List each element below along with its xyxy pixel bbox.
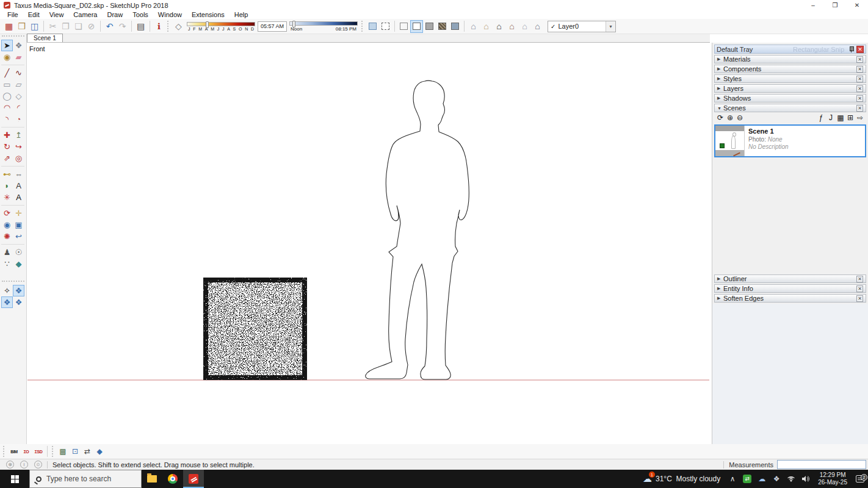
back-edges-icon[interactable] (379, 20, 392, 33)
tool-follow-me[interactable]: ↪ (13, 141, 24, 152)
tool-freehand[interactable]: ∿ (13, 67, 24, 79)
layer-dropdown[interactable]: ✓ Layer0 ▾ (548, 21, 616, 32)
section-close-icon[interactable]: ✕ (856, 95, 863, 102)
tool-push-pull[interactable]: ↥ (13, 129, 24, 141)
chevron-down-icon[interactable]: ▾ (606, 21, 615, 32)
view-right-icon[interactable]: ⌂ (505, 20, 518, 33)
scene-tab[interactable]: Scene 1 (27, 34, 63, 42)
tool-paint-bucket[interactable]: ◉ (1, 51, 13, 63)
menu-edit[interactable]: Edit (23, 11, 45, 18)
menu-view[interactable]: View (45, 11, 69, 18)
geolocation-icon[interactable]: ⊕ (6, 461, 14, 468)
redo-icon[interactable]: ↷ (116, 20, 129, 33)
tool-look-around[interactable]: ☉ (13, 246, 24, 258)
credits-icon[interactable]: i (20, 461, 28, 468)
view-iso-icon[interactable]: ⌂ (467, 20, 480, 33)
tool-rectangle[interactable]: ▭ (1, 79, 13, 90)
tool-position-camera[interactable]: ♟ (1, 246, 13, 258)
copy-icon[interactable]: ❐ (59, 20, 72, 33)
update-scene-icon[interactable]: ⟳ (715, 113, 725, 123)
tool-section-plane[interactable]: ◆ (13, 258, 24, 270)
tray-section-layers[interactable]: ▶Layers✕ (714, 84, 866, 93)
menu-file[interactable]: File (2, 11, 23, 18)
wireframe-icon[interactable] (397, 20, 410, 33)
section-close-icon[interactable]: ✕ (856, 285, 863, 292)
measurements-input[interactable] (777, 460, 866, 469)
monitor-play-icon[interactable]: ⊡ (69, 445, 81, 458)
tool-docked-tool-3[interactable]: ❖ (1, 296, 13, 308)
style-diamond-icon[interactable]: ◆ (93, 445, 106, 458)
model-viewport[interactable]: Front (27, 43, 710, 444)
menu-extensions[interactable]: Extensions (187, 11, 230, 18)
tool-scale[interactable]: ⇗ (1, 152, 13, 164)
time-value-box[interactable]: 05:57 AM (258, 21, 287, 32)
film-animation-icon[interactable]: ▩ (57, 445, 69, 458)
volume-icon[interactable] (800, 475, 812, 483)
tool-pie[interactable]: ◔ (13, 113, 24, 125)
taskbar-clock[interactable]: 12:29 PM 26-May-25 (813, 472, 852, 486)
tray-header[interactable]: Default Tray Rectangular Snip ✕ (714, 45, 866, 54)
monochrome-icon[interactable] (449, 20, 461, 33)
transition-sliders-icon[interactable]: ⇄ (81, 445, 93, 458)
time-gradient[interactable] (289, 21, 358, 26)
view-front-icon[interactable]: ⌂ (493, 20, 505, 33)
tool-docked-tool-4[interactable]: ❖ (13, 296, 24, 308)
pin-icon[interactable] (848, 46, 854, 52)
tray-section-outliner[interactable]: ▶Outliner✕ (714, 274, 866, 283)
dropbox-icon[interactable]: ❖ (770, 475, 783, 483)
tray-section-scenes[interactable]: ▼Scenes✕ (714, 104, 866, 112)
tool-zoom-extents[interactable]: ✺ (1, 231, 13, 242)
tool-arc[interactable]: ◠ (1, 102, 13, 113)
onedrive-icon[interactable]: ☁ (756, 475, 768, 483)
view-left-icon[interactable]: ⌂ (531, 20, 544, 33)
shadow-time-slider[interactable]: Noon 08:15 PM (289, 21, 358, 32)
section-close-icon[interactable]: ✕ (856, 105, 863, 112)
tool-make-component[interactable]: ❖ (13, 40, 24, 51)
section-close-icon[interactable]: ✕ (856, 56, 863, 63)
tray-section-shadows[interactable]: ▶Shadows✕ (714, 94, 866, 102)
tray-section-components[interactable]: ▶Components✕ (714, 65, 866, 73)
tray-section-styles[interactable]: ▶Styles✕ (714, 74, 866, 83)
restore-button[interactable]: ❐ (824, 0, 846, 10)
move-scene-up-icon[interactable]: J (826, 113, 836, 123)
section-close-icon[interactable]: ✕ (856, 85, 863, 92)
model-canvas[interactable] (27, 43, 710, 444)
tool-two-point-arc[interactable]: ◜ (13, 102, 24, 113)
tool-rotate[interactable]: ↻ (1, 141, 13, 152)
menu-window[interactable]: Window (153, 11, 187, 18)
view-back-icon[interactable]: ⌂ (518, 20, 531, 33)
toolbar-drag-handle[interactable] (361, 21, 364, 32)
toolbar-drag-handle[interactable] (3, 446, 6, 457)
tool-polygon[interactable]: ◇ (13, 90, 24, 102)
tool-circle[interactable]: ◯ (1, 90, 13, 102)
bimobject-icon[interactable]: BIM (8, 445, 20, 458)
messaging-app-icon[interactable]: ⇄ (741, 475, 753, 483)
tray-chevron-icon[interactable]: ∧ (726, 475, 739, 483)
tray-section-entity-info[interactable]: ▶Entity Info✕ (714, 284, 866, 293)
tool-tape-measure[interactable]: ⊷ (1, 168, 13, 180)
toggle-shadows-button[interactable]: ◇ (172, 20, 185, 33)
tool-rotated-rectangle[interactable]: ▱ (13, 79, 24, 90)
tool-offset[interactable]: ◎ (13, 152, 24, 164)
model-figure-person[interactable] (366, 81, 469, 379)
section-close-icon[interactable]: ✕ (856, 276, 863, 282)
new-icon[interactable]: ▦ (2, 20, 15, 33)
remove-scene-icon[interactable]: ⊖ (735, 113, 745, 123)
close-button[interactable]: ✕ (846, 0, 868, 10)
tool-zoom[interactable]: ◉ (1, 219, 13, 231)
view-top-icon[interactable]: ⌂ (480, 20, 493, 33)
section-close-icon[interactable]: ✕ (856, 76, 863, 82)
taskbar-chrome[interactable] (162, 470, 183, 488)
tool-line[interactable]: ╱ (1, 67, 13, 79)
undo-icon[interactable]: ↶ (103, 20, 116, 33)
add-scene-icon[interactable]: ⊕ (725, 113, 735, 123)
palette-drag-handle[interactable] (2, 35, 24, 38)
section-close-icon[interactable]: ✕ (856, 66, 863, 73)
menu-draw[interactable]: Draw (102, 11, 128, 18)
tool-zoom-window[interactable]: ▣ (13, 219, 24, 231)
cut-icon[interactable]: ✂ (46, 20, 59, 33)
toolbar-drag-handle[interactable] (52, 446, 55, 457)
time-slider-handle[interactable] (292, 21, 295, 27)
date-slider-handle[interactable] (206, 21, 209, 28)
view-options-icon[interactable]: ▦ (836, 113, 845, 123)
